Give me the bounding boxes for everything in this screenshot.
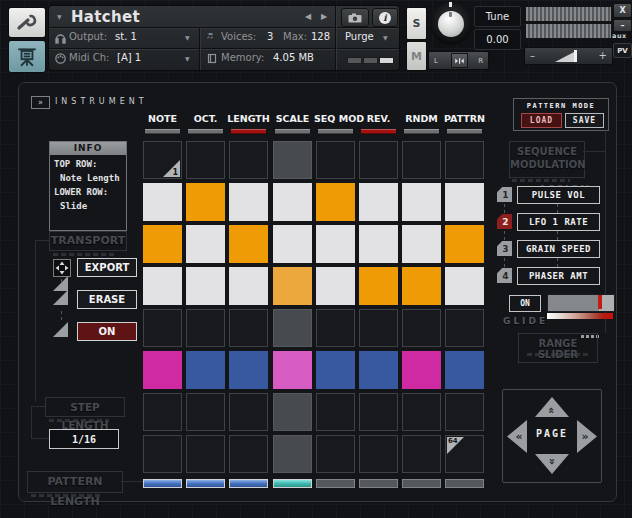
assign-slot-4-button[interactable]: PHASER AMT	[517, 267, 600, 285]
title-dropdown-caret[interactable]: ▼	[57, 13, 62, 20]
grid-cell-r7-c3[interactable]	[229, 393, 268, 431]
pattern-position-bar-3[interactable]	[229, 479, 268, 488]
grid-cell-r8-c4[interactable]	[273, 435, 312, 473]
grid-cell-r6-c5[interactable]	[316, 351, 355, 389]
grid-cell-r3-c7[interactable]	[402, 225, 441, 263]
grid-cell-r6-c4[interactable]	[273, 351, 312, 389]
pattern-position-bar-8[interactable]	[445, 479, 484, 488]
midi-channel-value[interactable]: [A] 1	[117, 52, 141, 63]
grid-cell-r4-c4[interactable]	[273, 267, 312, 305]
grid-cell-r7-c8[interactable]	[445, 393, 484, 431]
grid-cell-r4-c6[interactable]	[359, 267, 398, 305]
grid-cell-r6-c1[interactable]	[143, 351, 182, 389]
column-header-rev[interactable]: REV.	[357, 107, 400, 134]
column-header-scale[interactable]: SCALE	[271, 107, 314, 134]
prev-instrument-arrow[interactable]: ◀	[305, 12, 311, 21]
solo-button[interactable]: S	[406, 7, 427, 40]
grid-cell-r4-c2[interactable]	[186, 267, 225, 305]
instrument-edit-button[interactable]	[8, 40, 46, 73]
assign-slot-3-tab[interactable]: 3	[497, 241, 512, 256]
pattern-position-bar-7[interactable]	[402, 479, 441, 488]
grid-cell-r7-c4[interactable]	[273, 393, 312, 431]
pan-handle[interactable]	[451, 53, 468, 68]
grid-cell-r7-c1[interactable]	[143, 393, 182, 431]
grid-cell-r2-c8[interactable]	[445, 183, 484, 221]
load-button[interactable]: LOAD	[521, 113, 562, 128]
step-length-value[interactable]: 1/16	[49, 429, 119, 449]
grid-cell-r5-c8[interactable]	[445, 309, 484, 347]
grid-cell-r8-c8[interactable]: 64	[445, 435, 484, 473]
glide-slider[interactable]	[547, 294, 615, 312]
grid-cell-r1-c8[interactable]	[445, 141, 484, 179]
page-right-arrow[interactable]: »	[577, 420, 597, 453]
grid-cell-r2-c3[interactable]	[229, 183, 268, 221]
column-indicator[interactable]	[275, 129, 310, 134]
glide-on-button[interactable]: ON	[509, 295, 541, 312]
grid-cell-r8-c6[interactable]	[359, 435, 398, 473]
erase-button[interactable]: ERASE	[77, 290, 137, 309]
column-header-rndm[interactable]: RNDM	[400, 107, 443, 134]
output-dropdown-caret[interactable]: ▼	[185, 34, 190, 41]
tune-knob[interactable]	[430, 3, 472, 45]
grid-cell-r3-c2[interactable]	[186, 225, 225, 263]
grid-cell-r2-c7[interactable]	[402, 183, 441, 221]
assign-slot-2-button[interactable]: LFO 1 RATE	[517, 213, 600, 231]
grid-cell-r7-c5[interactable]	[316, 393, 355, 431]
grid-cell-r5-c1[interactable]	[143, 309, 182, 347]
grid-cell-r7-c2[interactable]	[186, 393, 225, 431]
column-header-length[interactable]: LENGTH	[227, 107, 270, 134]
assign-slot-1-button[interactable]: PULSE VOL	[517, 186, 600, 204]
grid-cell-r5-c5[interactable]	[316, 309, 355, 347]
grid-cell-r7-c6[interactable]	[359, 393, 398, 431]
glide-amount-strip[interactable]	[547, 313, 613, 319]
column-header-note[interactable]: NOTE	[141, 107, 184, 134]
grid-cell-r6-c7[interactable]	[402, 351, 441, 389]
snapshot-camera-button[interactable]	[341, 8, 369, 27]
purge-dropdown-caret[interactable]: ▼	[383, 34, 388, 41]
wrench-button[interactable]	[8, 7, 46, 38]
page-left-arrow[interactable]: «	[507, 420, 527, 453]
assign-slot-3-button[interactable]: GRAIN SPEED	[517, 240, 600, 258]
grid-cell-r3-c3[interactable]	[229, 225, 268, 263]
grid-cell-r8-c7[interactable]	[402, 435, 441, 473]
grid-cell-r3-c4[interactable]	[273, 225, 312, 263]
pv-button[interactable]: PV	[613, 43, 632, 58]
next-instrument-arrow[interactable]: ▶	[321, 12, 327, 21]
assign-slot-4-tab[interactable]: 4	[497, 268, 512, 283]
column-indicator[interactable]	[145, 129, 180, 134]
grid-cell-r3-c6[interactable]	[359, 225, 398, 263]
export-button[interactable]: EXPORT	[77, 258, 137, 277]
grid-cell-r1-c4[interactable]	[273, 141, 312, 179]
column-header-oct[interactable]: OCT.	[184, 107, 227, 134]
grid-cell-r2-c1[interactable]	[143, 183, 182, 221]
grid-cell-r8-c3[interactable]	[229, 435, 268, 473]
save-button[interactable]: SAVE	[565, 113, 604, 128]
output-label[interactable]: Output:	[69, 31, 107, 42]
grid-cell-r8-c2[interactable]	[186, 435, 225, 473]
grid-cell-r2-c2[interactable]	[186, 183, 225, 221]
volume-handle-bar[interactable]	[574, 50, 577, 62]
column-header-seqmod[interactable]: SEQ MOD	[314, 107, 357, 134]
grid-cell-r6-c2[interactable]	[186, 351, 225, 389]
grid-cell-r4-c1[interactable]	[143, 267, 182, 305]
grid-cell-r2-c6[interactable]	[359, 183, 398, 221]
grid-cell-r4-c3[interactable]	[229, 267, 268, 305]
pattern-position-bar-5[interactable]	[316, 479, 355, 488]
grid-cell-r5-c6[interactable]	[359, 309, 398, 347]
info-button[interactable]: i	[372, 8, 398, 27]
grid-cell-r6-c6[interactable]	[359, 351, 398, 389]
volume-slider[interactable]: – +	[524, 47, 613, 65]
grid-cell-r4-c5[interactable]	[316, 267, 355, 305]
pattern-position-bar-4[interactable]	[273, 479, 312, 488]
page-down-arrow[interactable]: «	[535, 454, 569, 474]
grid-cell-r3-c1[interactable]	[143, 225, 182, 263]
grid-cell-r3-c8[interactable]	[445, 225, 484, 263]
volume-wedge-handle[interactable]	[555, 52, 574, 62]
glide-slider-handle[interactable]	[598, 295, 602, 309]
column-indicator-active[interactable]	[231, 129, 266, 134]
grid-cell-r4-c7[interactable]	[402, 267, 441, 305]
aux-button[interactable]: aux	[612, 32, 627, 40]
grid-cell-r5-c4[interactable]	[273, 309, 312, 347]
column-indicator[interactable]	[447, 129, 482, 134]
column-header-pattrn[interactable]: PATTRN	[443, 107, 486, 134]
